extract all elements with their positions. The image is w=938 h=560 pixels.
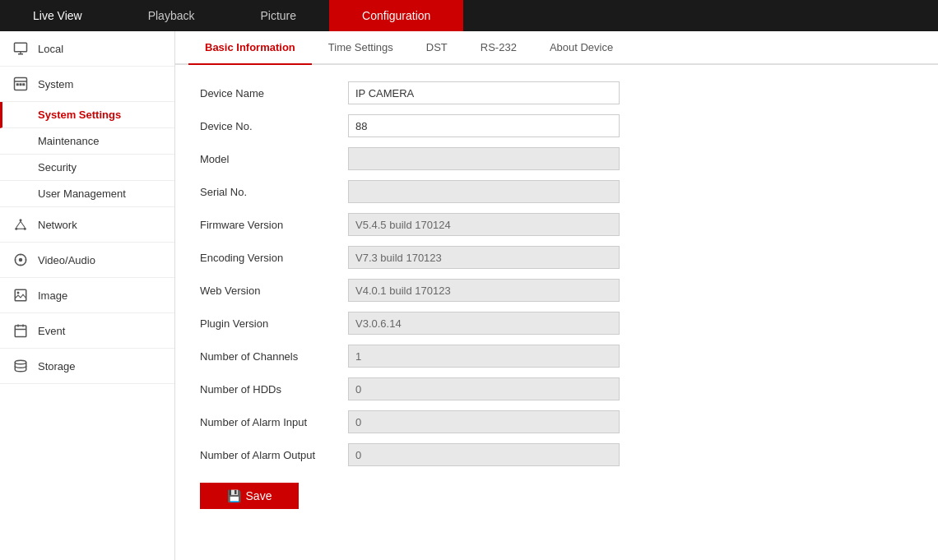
- sidebar-item-event[interactable]: Event: [0, 313, 174, 349]
- model-label: Model: [200, 153, 348, 165]
- device-no-input[interactable]: [348, 114, 620, 137]
- serial-no-row: Serial No.: [200, 180, 913, 203]
- tab-rs-232[interactable]: RS-232: [464, 31, 533, 65]
- svg-point-21: [17, 292, 20, 294]
- device-name-input[interactable]: [348, 81, 620, 104]
- tab-about-device[interactable]: About Device: [533, 31, 629, 65]
- sidebar-sub-security[interactable]: Security: [0, 155, 174, 181]
- num-alarm-output-label: Number of Alarm Output: [200, 449, 348, 461]
- num-hdds-row: Number of HDDs: [200, 377, 913, 400]
- sidebar-event-label: Event: [38, 325, 65, 337]
- sidebar-video-audio-label: Video/Audio: [38, 254, 95, 266]
- basic-information-form: Device Name Device No. Model Serial No. …: [175, 65, 938, 525]
- svg-rect-5: [16, 83, 19, 86]
- storage-icon: [12, 357, 30, 375]
- sidebar-storage-label: Storage: [38, 360, 76, 373]
- top-navigation: Live View Playback Picture Configuration: [0, 0, 938, 31]
- svg-point-18: [15, 259, 16, 261]
- encoding-version-label: Encoding Version: [200, 252, 348, 264]
- image-icon: [12, 286, 30, 304]
- sidebar-image-label: Image: [38, 289, 67, 302]
- model-input: [348, 147, 620, 170]
- svg-rect-6: [20, 83, 22, 86]
- tab-dst[interactable]: DST: [410, 31, 464, 65]
- num-channels-label: Number of Channels: [200, 350, 348, 363]
- encoding-version-input: [348, 246, 620, 269]
- sidebar-local-label: Local: [38, 43, 63, 55]
- monitor-icon: [12, 39, 30, 58]
- svg-line-12: [21, 221, 25, 228]
- svg-point-8: [20, 219, 22, 221]
- web-version-row: Web Version: [200, 279, 913, 302]
- num-hdds-label: Number of HDDs: [200, 383, 348, 396]
- event-icon: [12, 322, 30, 340]
- system-icon: [12, 75, 30, 93]
- nav-item-playback[interactable]: Playback: [115, 0, 228, 31]
- device-name-row: Device Name: [200, 81, 913, 104]
- svg-point-15: [19, 258, 23, 262]
- save-icon: 💾: [227, 489, 241, 502]
- sidebar-item-image[interactable]: Image: [0, 278, 174, 313]
- num-alarm-output-row: Number of Alarm Output: [200, 443, 913, 466]
- serial-no-label: Serial No.: [200, 186, 348, 198]
- model-row: Model: [200, 147, 913, 170]
- network-icon: [12, 215, 30, 234]
- nav-item-picture[interactable]: Picture: [227, 0, 329, 31]
- encoding-version-row: Encoding Version: [200, 246, 913, 269]
- svg-rect-0: [15, 43, 27, 52]
- device-no-row: Device No.: [200, 114, 913, 137]
- svg-rect-22: [15, 326, 26, 337]
- num-alarm-input-input: [348, 410, 620, 433]
- svg-rect-20: [15, 289, 26, 301]
- plugin-version-row: Plugin Version: [200, 312, 913, 335]
- nav-item-configuration[interactable]: Configuration: [329, 0, 463, 31]
- sidebar-sub-system-settings[interactable]: System Settings: [0, 102, 174, 128]
- num-alarm-input-row: Number of Alarm Input: [200, 410, 913, 433]
- num-channels-row: Number of Channels: [200, 345, 913, 368]
- save-button[interactable]: 💾 Save: [200, 483, 299, 509]
- firmware-version-label: Firmware Version: [200, 219, 348, 231]
- firmware-version-row: Firmware Version: [200, 213, 913, 236]
- device-name-label: Device Name: [200, 87, 348, 100]
- save-button-label: Save: [246, 489, 272, 502]
- web-version-input: [348, 279, 620, 302]
- svg-point-19: [25, 259, 26, 261]
- sidebar-item-video-audio[interactable]: Video/Audio: [0, 243, 174, 278]
- num-channels-input: [348, 345, 620, 368]
- sidebar-sub-maintenance[interactable]: Maintenance: [0, 128, 174, 155]
- num-alarm-output-input: [348, 443, 620, 466]
- svg-point-26: [15, 360, 26, 364]
- main-content: Basic Information Time Settings DST RS-2…: [175, 31, 938, 560]
- serial-no-input: [348, 180, 620, 203]
- tab-bar: Basic Information Time Settings DST RS-2…: [175, 31, 938, 65]
- sidebar-system-label: System: [38, 78, 73, 90]
- tab-time-settings[interactable]: Time Settings: [312, 31, 410, 65]
- web-version-label: Web Version: [200, 285, 348, 297]
- sidebar-item-system[interactable]: System: [0, 67, 174, 102]
- svg-line-11: [16, 221, 21, 228]
- sidebar-item-storage[interactable]: Storage: [0, 349, 174, 384]
- firmware-version-input: [348, 213, 620, 236]
- num-alarm-input-label: Number of Alarm Input: [200, 416, 348, 428]
- sidebar-item-network[interactable]: Network: [0, 207, 174, 243]
- plugin-version-label: Plugin Version: [200, 317, 348, 330]
- svg-rect-7: [22, 83, 25, 86]
- device-no-label: Device No.: [200, 120, 348, 132]
- nav-item-live-view[interactable]: Live View: [0, 0, 115, 31]
- sidebar-network-label: Network: [38, 219, 77, 231]
- svg-point-17: [20, 264, 21, 266]
- tab-basic-information[interactable]: Basic Information: [188, 31, 312, 65]
- video-icon: [12, 251, 30, 269]
- sidebar-item-local[interactable]: Local: [0, 31, 174, 67]
- svg-point-16: [20, 254, 21, 256]
- sidebar-sub-user-management[interactable]: User Management: [0, 181, 174, 207]
- main-layout: Local System System Settings Maintenance…: [0, 31, 938, 560]
- plugin-version-input: [348, 312, 620, 335]
- sidebar: Local System System Settings Maintenance…: [0, 31, 175, 560]
- num-hdds-input: [348, 377, 620, 400]
